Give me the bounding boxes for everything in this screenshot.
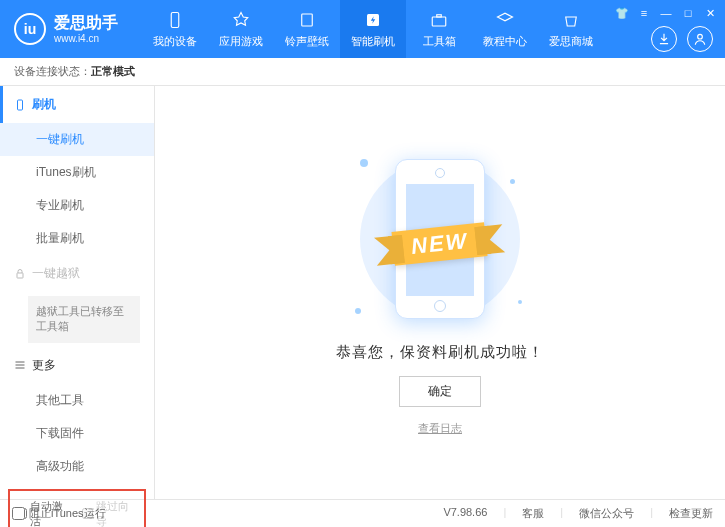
device-icon <box>165 10 185 30</box>
svg-point-5 <box>698 34 703 39</box>
more-icon <box>14 359 26 371</box>
footer-link-update[interactable]: 检查更新 <box>669 506 713 521</box>
flash-icon <box>363 10 383 30</box>
apps-icon <box>231 10 251 30</box>
download-button[interactable] <box>651 26 677 52</box>
app-logo-icon: iu <box>14 13 46 45</box>
sidebar-item-itunes-flash[interactable]: iTunes刷机 <box>0 156 154 189</box>
success-illustration: NEW <box>340 149 540 329</box>
status-label: 设备连接状态： <box>14 64 91 79</box>
sidebar-section-more[interactable]: 更多 <box>0 347 154 384</box>
nav-apps-games[interactable]: 应用游戏 <box>208 0 274 58</box>
svg-rect-0 <box>171 12 179 27</box>
logo-area: iu 爱思助手 www.i4.cn <box>0 13 132 45</box>
sidebar-item-other-tools[interactable]: 其他工具 <box>0 384 154 417</box>
sidebar-item-advanced[interactable]: 高级功能 <box>0 450 154 483</box>
nav-toolbox[interactable]: 工具箱 <box>406 0 472 58</box>
window-controls: 👕 ≡ — □ ✕ <box>615 6 717 20</box>
nav-my-device[interactable]: 我的设备 <box>142 0 208 58</box>
main-nav: 我的设备 应用游戏 铃声壁纸 智能刷机 工具箱 教程中心 爱思商城 <box>142 0 604 58</box>
app-subtitle: www.i4.cn <box>54 33 118 45</box>
svg-rect-7 <box>17 273 23 278</box>
sidebar-section-jailbreak: 一键越狱 <box>0 255 154 292</box>
app-header: iu 爱思助手 www.i4.cn 我的设备 应用游戏 铃声壁纸 智能刷机 工具… <box>0 0 725 58</box>
lock-icon <box>14 268 26 280</box>
status-value: 正常模式 <box>91 64 135 79</box>
toolbox-icon <box>429 10 449 30</box>
tutorial-icon <box>495 10 515 30</box>
user-button[interactable] <box>687 26 713 52</box>
nav-smart-flash[interactable]: 智能刷机 <box>340 0 406 58</box>
sidebar-item-batch-flash[interactable]: 批量刷机 <box>0 222 154 255</box>
sidebar-item-pro-flash[interactable]: 专业刷机 <box>0 189 154 222</box>
svg-rect-3 <box>432 17 446 26</box>
minimize-button[interactable]: — <box>659 6 673 20</box>
footer-link-wechat[interactable]: 微信公众号 <box>579 506 634 521</box>
svg-rect-1 <box>302 14 313 26</box>
store-icon <box>561 10 581 30</box>
svg-rect-4 <box>437 14 442 16</box>
nav-tutorials[interactable]: 教程中心 <box>472 0 538 58</box>
ok-button[interactable]: 确定 <box>399 376 481 407</box>
maximize-button[interactable]: □ <box>681 6 695 20</box>
app-title: 爱思助手 <box>54 13 118 32</box>
view-log-link[interactable]: 查看日志 <box>418 421 462 436</box>
nav-store[interactable]: 爱思商城 <box>538 0 604 58</box>
sidebar: 刷机 一键刷机 iTunes刷机 专业刷机 批量刷机 一键越狱 越狱工具已转移至… <box>0 86 155 499</box>
close-button[interactable]: ✕ <box>703 6 717 20</box>
sidebar-section-flash[interactable]: 刷机 <box>0 86 154 123</box>
ringtone-icon <box>297 10 317 30</box>
footer-link-support[interactable]: 客服 <box>522 506 544 521</box>
success-message: 恭喜您，保资料刷机成功啦！ <box>336 343 544 362</box>
main-content: NEW 恭喜您，保资料刷机成功啦！ 确定 查看日志 <box>155 86 725 499</box>
sidebar-item-oneclick-flash[interactable]: 一键刷机 <box>0 123 154 156</box>
jailbreak-note: 越狱工具已转移至工具箱 <box>28 296 140 343</box>
nav-ringtone-wallpaper[interactable]: 铃声壁纸 <box>274 0 340 58</box>
checkbox-block-itunes[interactable]: 阻止iTunes运行 <box>12 506 106 521</box>
menu-button[interactable]: ≡ <box>637 6 651 20</box>
svg-rect-6 <box>18 100 23 110</box>
status-bar: 设备连接状态： 正常模式 <box>0 58 725 86</box>
skin-button[interactable]: 👕 <box>615 6 629 20</box>
phone-icon <box>14 99 26 111</box>
sidebar-item-download-firmware[interactable]: 下载固件 <box>0 417 154 450</box>
version-label: V7.98.66 <box>443 506 487 521</box>
